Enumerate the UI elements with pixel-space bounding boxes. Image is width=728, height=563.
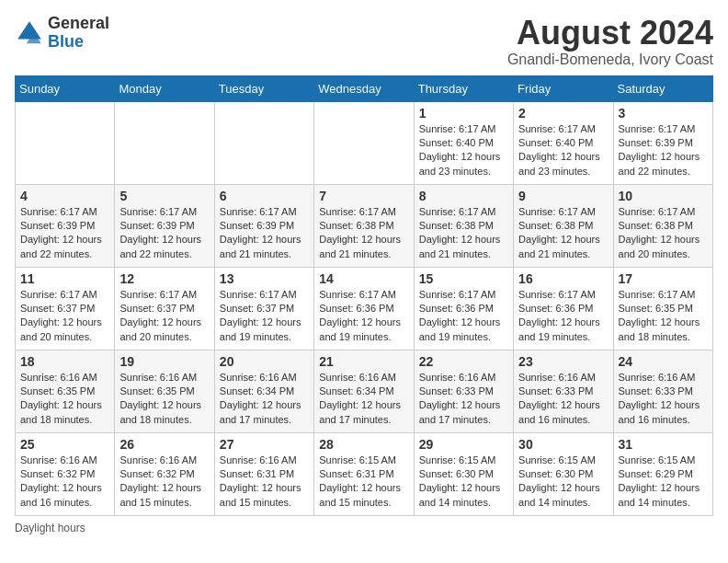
calendar-cell: 1Sunrise: 6:17 AM Sunset: 6:40 PM Daylig…: [414, 101, 513, 184]
day-number: 14: [319, 271, 408, 286]
day-info: Sunrise: 6:17 AM Sunset: 6:40 PM Dayligh…: [518, 122, 608, 179]
calendar-cell: 12Sunrise: 6:17 AM Sunset: 6:37 PM Dayli…: [115, 267, 214, 350]
day-info: Sunrise: 6:17 AM Sunset: 6:39 PM Dayligh…: [20, 205, 109, 262]
calendar-week-2: 11Sunrise: 6:17 AM Sunset: 6:37 PM Dayli…: [16, 267, 713, 350]
day-number: 22: [419, 354, 508, 369]
calendar-cell: 22Sunrise: 6:16 AM Sunset: 6:33 PM Dayli…: [414, 350, 513, 432]
day-number: 2: [518, 106, 608, 121]
day-number: 8: [419, 189, 508, 203]
day-number: 25: [20, 437, 109, 452]
day-number: 1: [419, 106, 508, 121]
day-number: 3: [619, 106, 708, 121]
month-title: August 2024: [507, 15, 713, 52]
calendar-cell: 27Sunrise: 6:16 AM Sunset: 6:31 PM Dayli…: [214, 432, 313, 515]
day-info: Sunrise: 6:17 AM Sunset: 6:37 PM Dayligh…: [220, 288, 309, 345]
day-info: Sunrise: 6:16 AM Sunset: 6:34 PM Dayligh…: [220, 371, 309, 428]
calendar-week-3: 18Sunrise: 6:16 AM Sunset: 6:35 PM Dayli…: [16, 350, 713, 432]
calendar-cell: 17Sunrise: 6:17 AM Sunset: 6:35 PM Dayli…: [613, 267, 712, 350]
day-info: Sunrise: 6:16 AM Sunset: 6:31 PM Dayligh…: [220, 454, 309, 511]
day-info: Sunrise: 6:17 AM Sunset: 6:38 PM Dayligh…: [419, 205, 508, 262]
calendar-header-row: SundayMondayTuesdayWednesdayThursdayFrid…: [16, 75, 713, 101]
calendar-cell: [115, 101, 214, 184]
day-number: 19: [119, 354, 209, 369]
calendar-cell: 13Sunrise: 6:17 AM Sunset: 6:37 PM Dayli…: [214, 267, 313, 350]
header-cell-saturday: Saturday: [613, 75, 712, 101]
calendar-cell: 10Sunrise: 6:17 AM Sunset: 6:38 PM Dayli…: [613, 184, 712, 267]
title-area: August 2024 Gnandi-Bomeneda, Ivory Coast: [507, 15, 713, 68]
day-info: Sunrise: 6:16 AM Sunset: 6:33 PM Dayligh…: [419, 371, 508, 428]
day-info: Sunrise: 6:16 AM Sunset: 6:35 PM Dayligh…: [20, 371, 109, 428]
footer-note-text: Daylight hours: [15, 522, 85, 534]
logo-general: General: [48, 14, 109, 32]
day-number: 15: [419, 271, 508, 286]
calendar-cell: 8Sunrise: 6:17 AM Sunset: 6:38 PM Daylig…: [414, 184, 513, 267]
day-info: Sunrise: 6:16 AM Sunset: 6:34 PM Dayligh…: [319, 371, 408, 428]
day-info: Sunrise: 6:17 AM Sunset: 6:38 PM Dayligh…: [319, 205, 408, 262]
day-number: 23: [518, 354, 608, 369]
day-number: 12: [119, 271, 209, 286]
day-number: 26: [119, 437, 209, 452]
location-title: Gnandi-Bomeneda, Ivory Coast: [507, 52, 713, 68]
calendar-cell: 20Sunrise: 6:16 AM Sunset: 6:34 PM Dayli…: [214, 350, 313, 432]
day-info: Sunrise: 6:15 AM Sunset: 6:30 PM Dayligh…: [419, 454, 508, 511]
day-info: Sunrise: 6:17 AM Sunset: 6:36 PM Dayligh…: [419, 288, 508, 345]
day-number: 29: [419, 437, 508, 452]
day-number: 27: [220, 437, 309, 452]
day-info: Sunrise: 6:16 AM Sunset: 6:33 PM Dayligh…: [619, 371, 708, 428]
header-cell-thursday: Thursday: [414, 75, 513, 101]
header-cell-sunday: Sunday: [16, 75, 115, 101]
day-info: Sunrise: 6:17 AM Sunset: 6:36 PM Dayligh…: [319, 288, 408, 345]
calendar-cell: 24Sunrise: 6:16 AM Sunset: 6:33 PM Dayli…: [613, 350, 712, 432]
calendar-cell: 18Sunrise: 6:16 AM Sunset: 6:35 PM Dayli…: [16, 350, 115, 432]
header-cell-tuesday: Tuesday: [214, 75, 313, 101]
day-info: Sunrise: 6:15 AM Sunset: 6:31 PM Dayligh…: [319, 454, 408, 511]
calendar-week-1: 4Sunrise: 6:17 AM Sunset: 6:39 PM Daylig…: [16, 184, 713, 267]
day-number: 9: [518, 189, 608, 203]
day-number: 4: [20, 189, 109, 203]
day-number: 11: [20, 271, 109, 286]
day-info: Sunrise: 6:16 AM Sunset: 6:32 PM Dayligh…: [119, 454, 209, 511]
calendar-cell: 3Sunrise: 6:17 AM Sunset: 6:39 PM Daylig…: [613, 101, 712, 184]
calendar-cell: 28Sunrise: 6:15 AM Sunset: 6:31 PM Dayli…: [314, 432, 414, 515]
calendar-cell: 15Sunrise: 6:17 AM Sunset: 6:36 PM Dayli…: [414, 267, 513, 350]
day-number: 30: [518, 437, 608, 452]
calendar-cell: 21Sunrise: 6:16 AM Sunset: 6:34 PM Dayli…: [314, 350, 414, 432]
day-info: Sunrise: 6:17 AM Sunset: 6:36 PM Dayligh…: [518, 288, 608, 345]
calendar-cell: 29Sunrise: 6:15 AM Sunset: 6:30 PM Dayli…: [414, 432, 513, 515]
day-number: 28: [319, 437, 408, 452]
day-info: Sunrise: 6:17 AM Sunset: 6:38 PM Dayligh…: [619, 205, 708, 262]
day-info: Sunrise: 6:16 AM Sunset: 6:35 PM Dayligh…: [119, 371, 209, 428]
calendar-cell: 16Sunrise: 6:17 AM Sunset: 6:36 PM Dayli…: [514, 267, 613, 350]
day-number: 13: [220, 271, 309, 286]
calendar-cell: 19Sunrise: 6:16 AM Sunset: 6:35 PM Dayli…: [115, 350, 214, 432]
day-info: Sunrise: 6:16 AM Sunset: 6:32 PM Dayligh…: [20, 454, 109, 511]
calendar-cell: [16, 101, 115, 184]
calendar-cell: 6Sunrise: 6:17 AM Sunset: 6:39 PM Daylig…: [214, 184, 313, 267]
calendar-cell: 11Sunrise: 6:17 AM Sunset: 6:37 PM Dayli…: [16, 267, 115, 350]
calendar-cell: 9Sunrise: 6:17 AM Sunset: 6:38 PM Daylig…: [514, 184, 613, 267]
day-number: 24: [619, 354, 708, 369]
header-cell-friday: Friday: [514, 75, 613, 101]
day-info: Sunrise: 6:17 AM Sunset: 6:38 PM Dayligh…: [518, 205, 608, 262]
day-number: 5: [119, 189, 209, 203]
calendar-cell: 26Sunrise: 6:16 AM Sunset: 6:32 PM Dayli…: [115, 432, 214, 515]
day-number: 7: [319, 189, 408, 203]
calendar-week-0: 1Sunrise: 6:17 AM Sunset: 6:40 PM Daylig…: [16, 101, 713, 184]
day-number: 18: [20, 354, 109, 369]
svg-marker-0: [17, 21, 41, 39]
logo-icon: [15, 18, 44, 48]
day-info: Sunrise: 6:17 AM Sunset: 6:37 PM Dayligh…: [119, 288, 209, 345]
calendar-cell: 31Sunrise: 6:15 AM Sunset: 6:29 PM Dayli…: [613, 432, 712, 515]
logo: General Blue: [15, 15, 109, 52]
day-info: Sunrise: 6:17 AM Sunset: 6:35 PM Dayligh…: [619, 288, 708, 345]
day-number: 31: [619, 437, 708, 452]
calendar-cell: 14Sunrise: 6:17 AM Sunset: 6:36 PM Dayli…: [314, 267, 414, 350]
day-info: Sunrise: 6:17 AM Sunset: 6:39 PM Dayligh…: [619, 122, 708, 179]
logo-blue: Blue: [48, 32, 84, 51]
calendar-cell: 25Sunrise: 6:16 AM Sunset: 6:32 PM Dayli…: [16, 432, 115, 515]
footer-note: Daylight hours: [15, 522, 713, 534]
day-info: Sunrise: 6:15 AM Sunset: 6:30 PM Dayligh…: [518, 454, 608, 511]
day-number: 21: [319, 354, 408, 369]
calendar-cell: 7Sunrise: 6:17 AM Sunset: 6:38 PM Daylig…: [314, 184, 414, 267]
header: General Blue August 2024 Gnandi-Bomeneda…: [15, 15, 713, 68]
